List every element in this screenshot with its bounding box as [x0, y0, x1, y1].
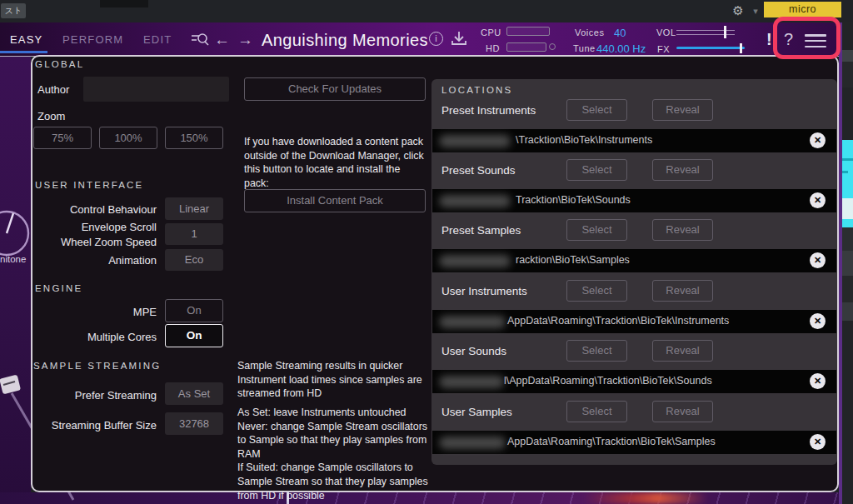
preset-search-icon[interactable]: [191, 32, 211, 47]
location-label: Preset Samples: [441, 224, 521, 237]
location-row-preset-instruments: Preset Instruments Select Reveal \Trackt…: [431, 94, 837, 152]
redacted-path-prefix: [439, 195, 511, 207]
hd-label: HD: [486, 43, 500, 53]
select-button[interactable]: Select: [566, 340, 627, 362]
cpu-meter: [506, 27, 550, 36]
gear-icon[interactable]: ⚙: [730, 2, 746, 19]
micro-badge[interactable]: micro: [764, 2, 841, 17]
voices-value[interactable]: 40: [614, 27, 626, 39]
tab-edit[interactable]: EDIT: [143, 33, 172, 46]
path-text: Tracktion\BioTek\Sounds: [516, 194, 631, 206]
fx-label: FX: [657, 44, 670, 54]
redacted-path-prefix: [439, 255, 511, 267]
check-for-updates-button[interactable]: Check For Updates: [244, 77, 426, 101]
animation-value[interactable]: Eco: [165, 249, 223, 271]
annotation-highlight-rect: [773, 17, 841, 59]
fx-slider[interactable]: [676, 47, 745, 49]
path-field[interactable]: racktion\BioTek\Samples ✕: [432, 249, 836, 272]
global-header: GLOBAL: [35, 59, 84, 69]
animation-label: Animation: [17, 253, 157, 268]
redacted-path-prefix: [439, 135, 511, 147]
voices-label: Voices: [575, 27, 604, 37]
download-icon[interactable]: [451, 31, 467, 47]
prefer-streaming-label: Prefer Streaming: [17, 388, 157, 403]
reveal-button[interactable]: Reveal: [652, 280, 713, 302]
hd-activity-dot: [549, 43, 556, 50]
tune-label: Tune: [573, 43, 596, 53]
engine-header: ENGINE: [35, 283, 82, 293]
path-field[interactable]: AppData\Roaming\Tracktion\BioTek\Samples…: [432, 431, 836, 454]
zoom-label: Zoom: [37, 110, 65, 122]
location-label: Preset Instruments: [441, 104, 536, 117]
zoom-100-button[interactable]: 100%: [99, 127, 157, 149]
path-field[interactable]: Tracktion\BioTek\Sounds ✕: [432, 189, 836, 212]
reveal-button[interactable]: Reveal: [652, 401, 713, 422]
tune-value[interactable]: 440.00 Hz: [596, 42, 646, 55]
author-input[interactable]: [83, 77, 229, 102]
vol-slider-handle[interactable]: [724, 26, 726, 38]
redacted-path-prefix: [439, 376, 504, 388]
tab-easy[interactable]: EASY: [10, 33, 42, 46]
location-row-user-instruments: User Instruments Select Reveal AppData\R…: [431, 275, 837, 333]
vol-label: VOL: [656, 27, 676, 37]
select-button[interactable]: Select: [566, 99, 627, 121]
zoom-75-button[interactable]: 75%: [33, 127, 92, 149]
streaming-buffer-size-value[interactable]: 32768: [165, 412, 223, 435]
mpe-toggle[interactable]: On: [165, 299, 223, 322]
sample-streaming-modes-note: As Set: leave Instruments untouched Neve…: [237, 406, 429, 502]
next-preset-arrow[interactable]: →: [237, 31, 253, 49]
clear-path-icon[interactable]: ✕: [810, 192, 826, 208]
alert-icon[interactable]: !: [766, 30, 772, 49]
control-behaviour-label: Control Behaviour: [17, 202, 157, 217]
preset-title[interactable]: Anguishing Memories: [262, 31, 428, 50]
chevron-down-icon[interactable]: ▾: [749, 3, 762, 18]
location-row-preset-samples: Preset Samples Select Reveal racktion\Bi…: [431, 214, 837, 272]
reveal-button[interactable]: Reveal: [652, 340, 713, 362]
info-icon[interactable]: i: [429, 32, 443, 46]
redacted-path-prefix: [439, 437, 506, 449]
zoom-150-button[interactable]: 150%: [165, 127, 223, 149]
path-text: \Tracktion\BioTek\Instruments: [516, 134, 652, 146]
control-behaviour-value[interactable]: Linear: [165, 197, 223, 220]
path-field[interactable]: l\AppData\Roaming\Tracktion\BioTek\Sound…: [432, 370, 836, 393]
path-text: AppData\Roaming\Tracktion\BioTek\Samples: [507, 436, 716, 447]
clear-path-icon[interactable]: ✕: [810, 252, 826, 268]
clear-path-icon[interactable]: ✕: [810, 434, 826, 450]
mpe-label: MPE: [17, 305, 157, 320]
daw-background-tab: スト: [1, 3, 26, 18]
biotek-settings-screen: スト ⚙ ▾ micro EASY PERFORM EDIT ← → Angui…: [0, 0, 853, 504]
clear-path-icon[interactable]: ✕: [810, 313, 826, 329]
previous-preset-arrow[interactable]: ←: [214, 31, 230, 49]
select-button[interactable]: Select: [566, 401, 627, 422]
fx-slider-handle[interactable]: [740, 43, 742, 53]
envelope-scroll-wheel-zoom-speed-value[interactable]: 1: [165, 223, 223, 245]
tab-perform[interactable]: PERFORM: [62, 33, 123, 46]
location-label: User Instruments: [441, 285, 527, 297]
author-label: Author: [37, 83, 69, 96]
location-label: User Sounds: [441, 345, 506, 357]
clear-path-icon[interactable]: ✕: [810, 373, 826, 389]
sample-streaming-note: Sample Streaming results in quicker Inst…: [237, 359, 426, 401]
cpu-label: CPU: [481, 27, 501, 37]
active-tab-underline: [0, 51, 47, 53]
location-row-preset-sounds: Preset Sounds Select Reveal Tracktion\Bi…: [431, 154, 837, 212]
path-field[interactable]: \Tracktion\BioTek\Instruments ✕: [432, 129, 836, 152]
vol-slider[interactable]: [676, 28, 735, 37]
hd-meter: [506, 42, 546, 52]
install-content-pack-button[interactable]: Install Content Pack: [244, 189, 426, 212]
select-button[interactable]: Select: [566, 280, 627, 302]
synthwave-red-glow: [583, 492, 708, 504]
reveal-button[interactable]: Reveal: [652, 159, 713, 181]
envelope-scroll-wheel-zoom-speed-label: Envelope Scroll Wheel Zoom Speed: [17, 220, 157, 249]
select-button[interactable]: Select: [566, 219, 627, 241]
prefer-streaming-value[interactable]: As Set: [165, 382, 223, 405]
clear-path-icon[interactable]: ✕: [810, 132, 826, 148]
reveal-button[interactable]: Reveal: [652, 219, 713, 241]
reveal-button[interactable]: Reveal: [652, 99, 713, 121]
path-field[interactable]: AppData\Roaming\Tracktion\BioTek\Instrum…: [432, 310, 836, 333]
path-text: AppData\Roaming\Tracktion\BioTek\Instrum…: [507, 315, 729, 327]
multiple-cores-toggle[interactable]: On: [165, 324, 223, 347]
path-text: l\AppData\Roaming\Tracktion\BioTek\Sound…: [504, 375, 712, 387]
select-button[interactable]: Select: [566, 159, 627, 181]
streaming-buffer-size-label: Streaming Buffer Size: [17, 418, 157, 433]
